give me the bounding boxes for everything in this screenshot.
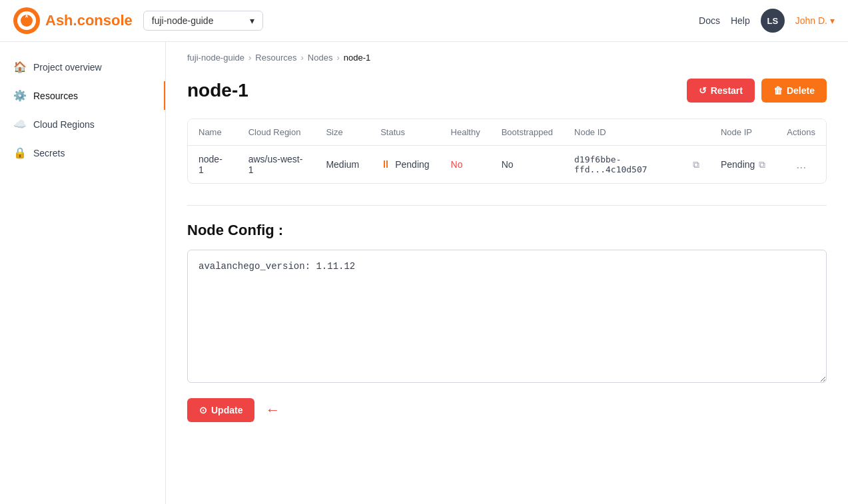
cell-size: Medium [315, 146, 370, 184]
nav-right: Docs Help LS John D. ▾ [699, 9, 835, 33]
node-config-section: Node Config : avalanchego_version: 1.11.… [187, 222, 827, 422]
logo-text: Ash.console [45, 12, 133, 29]
restart-icon: ↺ [699, 85, 707, 96]
node-id-value: d19f6bbe-ffd...4c10d507 [574, 154, 689, 174]
node-config-title: Node Config : [187, 222, 827, 239]
resources-icon: ⚙️ [13, 89, 27, 102]
project-name: fuji-node-guide [152, 15, 214, 26]
breadcrumb-project[interactable]: fuji-node-guide [187, 53, 244, 63]
sidebar-item-resources[interactable]: ⚙️ Resources [0, 81, 165, 110]
chevron-down-icon: ▾ [830, 15, 835, 26]
logo-icon [13, 7, 40, 34]
logo: Ash.console [13, 7, 133, 34]
sidebar-item-project-overview[interactable]: 🏠 Project overview [0, 53, 165, 81]
col-cloud-region: Cloud Region [238, 119, 316, 146]
page-content: node-1 ↺ Restart 🗑 Delete [166, 68, 848, 443]
col-actions: Actions [776, 119, 826, 146]
col-node-ip: Node IP [710, 119, 776, 146]
delete-button[interactable]: 🗑 Delete [761, 79, 827, 103]
sidebar-item-secrets[interactable]: 🔒 Secrets [0, 138, 165, 167]
config-textarea[interactable]: avalanchego_version: 1.11.12 [187, 250, 827, 383]
status-icon: ⏸ [380, 158, 391, 170]
sidebar-item-label: Project overview [33, 62, 102, 73]
update-row: ⊙ Update ← [187, 398, 827, 422]
top-nav: Ash.console fuji-node-guide ▾ Docs Help … [0, 0, 848, 42]
breadcrumb-separator: › [336, 53, 339, 63]
restart-button[interactable]: ↺ Restart [687, 79, 755, 103]
arrow-indicator: ← [265, 401, 280, 419]
node-ip-value: Pending [721, 159, 755, 170]
section-divider [187, 205, 827, 206]
cloud-icon: ☁️ [13, 118, 27, 130]
nav-left: Ash.console fuji-node-guide ▾ [13, 7, 263, 34]
table-header-row: Name Cloud Region Size Status Healthy Bo… [188, 119, 826, 146]
col-healthy: Healthy [440, 119, 491, 146]
sidebar-item-cloud-regions[interactable]: ☁️ Cloud Regions [0, 110, 165, 138]
home-icon: 🏠 [13, 61, 27, 73]
avatar: LS [761, 9, 785, 33]
page-title: node-1 [187, 80, 248, 101]
cell-actions: ... [776, 146, 826, 184]
col-bootstrapped: Bootstrapped [491, 119, 564, 146]
breadcrumb-resources[interactable]: Resources [255, 53, 296, 63]
col-node-id: Node ID [564, 119, 710, 146]
breadcrumb-nodes[interactable]: Nodes [308, 53, 333, 63]
cell-node-id: d19f6bbe-ffd...4c10d507 ⧉ [564, 146, 710, 184]
breadcrumb-current: node-1 [344, 53, 370, 63]
lock-icon: 🔒 [13, 146, 27, 159]
breadcrumb: fuji-node-guide › Resources › Nodes › no… [166, 42, 848, 68]
sidebar-item-label: Resources [33, 91, 78, 101]
project-selector[interactable]: fuji-node-guide ▾ [143, 11, 263, 31]
copy-node-ip-icon[interactable]: ⧉ [759, 159, 765, 170]
col-status: Status [370, 119, 440, 146]
docs-link[interactable]: Docs [699, 15, 720, 26]
table-body: node-1 aws/us-west-1 Medium ⏸ Pending No [188, 146, 826, 184]
table-row: node-1 aws/us-west-1 Medium ⏸ Pending No [188, 146, 826, 184]
healthy-value: No [451, 159, 463, 170]
breadcrumb-separator: › [301, 53, 304, 63]
breadcrumb-separator: › [248, 53, 251, 63]
cell-cloud-region: aws/us-west-1 [238, 146, 316, 184]
update-button[interactable]: ⊙ Update [187, 398, 254, 422]
help-link[interactable]: Help [731, 15, 750, 26]
cell-healthy: No [440, 146, 491, 184]
update-icon: ⊙ [199, 405, 207, 415]
table-head: Name Cloud Region Size Status Healthy Bo… [188, 119, 826, 146]
sidebar-item-label: Secrets [33, 148, 65, 158]
node-table-container: Name Cloud Region Size Status Healthy Bo… [187, 119, 827, 184]
cell-node-ip: Pending ⧉ [710, 146, 776, 184]
page-header: node-1 ↺ Restart 🗑 Delete [187, 79, 827, 103]
status-text: Pending [395, 159, 429, 170]
chevron-down-icon: ▾ [250, 15, 254, 26]
cell-bootstrapped: No [491, 146, 564, 184]
col-name: Name [188, 119, 238, 146]
cell-status: ⏸ Pending [370, 146, 440, 184]
node-table: Name Cloud Region Size Status Healthy Bo… [188, 119, 826, 183]
user-name[interactable]: John D. ▾ [795, 15, 835, 26]
btn-group: ↺ Restart 🗑 Delete [687, 79, 827, 103]
col-size: Size [315, 119, 370, 146]
copy-node-id-icon[interactable]: ⧉ [693, 159, 699, 170]
delete-icon: 🗑 [773, 85, 783, 96]
main-content: fuji-node-guide › Resources › Nodes › no… [166, 42, 848, 504]
cell-name: node-1 [188, 146, 238, 184]
sidebar-item-label: Cloud Regions [33, 119, 95, 130]
sidebar: 🏠 Project overview ⚙️ Resources ☁️ Cloud… [0, 42, 166, 504]
more-actions-button[interactable]: ... [791, 155, 811, 174]
layout: 🏠 Project overview ⚙️ Resources ☁️ Cloud… [0, 42, 848, 504]
